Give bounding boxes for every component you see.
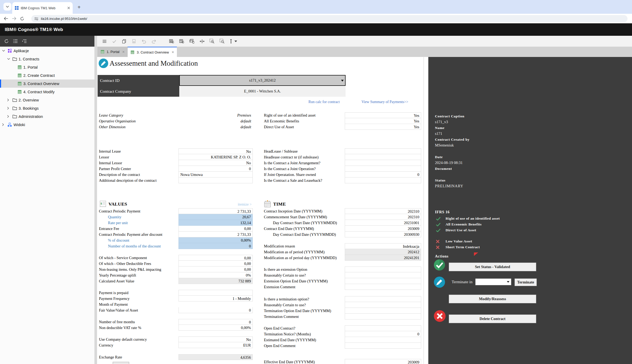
field-value[interactable] [345,337,421,343]
sandbox-icon[interactable] [230,39,232,44]
tree-item[interactable]: Widoki [0,121,94,129]
refresh-icon[interactable] [4,39,9,43]
field-value[interactable]: Yes [345,112,421,118]
field-value[interactable]: default [178,124,253,130]
field-value[interactable]: 0 [178,243,253,249]
tree-item[interactable]: 2. Create Contract [0,71,94,79]
tree-chevron[interactable] [7,106,12,110]
recalculate-workbook-icon[interactable] [179,39,184,44]
field-value[interactable]: 0,00 [178,226,253,232]
field-value[interactable]: KATHERINE SP. Z O. O. [178,154,253,160]
field-value[interactable]: 2 731,33 [178,232,253,237]
field-value[interactable] [345,314,421,319]
tree-chevron[interactable] [2,123,7,127]
contract-company-value[interactable]: E_0001 - Wittchen S.A. [179,86,346,97]
field-value[interactable]: 0% [178,272,253,278]
field-value[interactable] [178,177,253,183]
tree-chevron[interactable] [7,114,12,119]
field-value[interactable]: 203009 [345,226,421,232]
field-value[interactable]: 20241201 [345,255,421,261]
field-value[interactable]: 0,00 [178,267,253,272]
tab-close-icon[interactable]: ✕ [172,50,174,54]
confirm-icon[interactable] [112,39,117,44]
field-value[interactable]: No [178,148,253,154]
field-value[interactable]: 0,00% [178,237,253,243]
field-value[interactable] [345,166,421,172]
field-value[interactable] [345,272,421,278]
field-value[interactable]: default [178,118,253,124]
new-tab-button[interactable]: + [76,4,82,10]
field-value[interactable]: Nowa Umowa [178,172,253,177]
sidebar-divider[interactable] [94,36,97,364]
run-calc-link[interactable]: Run calc for contract [308,100,340,104]
contract-id-dropdown[interactable]: s171_v3_202412 [179,75,346,86]
tree-item[interactable]: 4. Contract Modify [0,88,94,96]
copy-icon[interactable] [122,39,127,44]
field-value[interactable] [178,301,253,307]
field-value[interactable]: 0,00 [178,261,253,267]
reload-icon[interactable] [20,17,24,21]
tab-contract-overview[interactable]: 3. Contract Overview ✕ [128,47,177,57]
paste-icon[interactable] [132,39,136,44]
field-value[interactable] [345,325,421,331]
zoom-in-selection-icon[interactable] [210,39,215,44]
field-value[interactable]: Premises [178,112,253,118]
field-value[interactable]: 132,14 [178,220,253,226]
field-value[interactable]: 202310 [345,208,421,214]
field-value[interactable]: 2 731,33 [178,208,253,214]
field-value[interactable]: 0 [178,166,253,172]
field-value[interactable]: 203009 [345,359,421,364]
field-value[interactable]: EUR [178,342,253,348]
field-value[interactable]: 20231001 [345,220,421,226]
site-settings-icon[interactable] [34,17,38,20]
field-value[interactable] [345,284,421,290]
forward-icon[interactable] [12,17,16,20]
tree-item[interactable]: 3. Bookings [0,104,94,112]
tree-item[interactable]: 3. Contract Overview [0,79,94,88]
menu-icon[interactable] [102,39,107,44]
itemize-link[interactable]: itemize > [238,202,252,207]
tree-item[interactable]: 1. Portal [0,63,94,71]
field-value[interactable]: 0 [178,307,253,313]
tab-portal[interactable]: 1. Portal ✕ [98,47,128,57]
recalculate-sheet-icon[interactable] [169,39,174,44]
field-value[interactable] [345,296,421,302]
field-value[interactable]: 202412 [345,249,421,255]
field-value[interactable] [345,160,421,166]
field-value[interactable]: 0,00 [178,255,253,261]
tree-item[interactable]: 1. Contracts [0,55,94,63]
field-value[interactable]: 1 - Monthly [178,296,253,301]
field-value[interactable]: 0,00% [178,325,253,331]
field-value[interactable] [178,290,253,296]
field-value[interactable]: 0 [345,331,421,337]
field-value[interactable]: Indeksacja [345,243,421,249]
tree-item[interactable]: Administration [0,112,94,121]
tab-close-icon[interactable] [67,7,70,9]
terminate-period-select[interactable] [475,278,511,285]
undo-icon[interactable] [141,39,146,43]
tree-item[interactable]: 2. Overview [0,96,94,104]
field-value[interactable]: 0 [345,172,421,177]
tree-chevron[interactable] [7,98,12,102]
url-bar[interactable]: ila16.incube.pl:9510/tm1web/ [31,15,627,22]
view-summary-link[interactable]: View Summary of Payments>> [361,100,408,104]
field-value[interactable] [345,302,421,308]
modify-reassess-button[interactable]: Modify/Reassess [449,295,536,303]
field-value[interactable]: 4,6356 [178,354,253,360]
field-value[interactable] [345,267,421,272]
field-value[interactable]: Yes [345,118,421,124]
field-value[interactable] [345,148,421,154]
tree-chevron[interactable] [7,57,12,61]
tab-search-button[interactable] [3,3,11,11]
field-value[interactable]: 732 889 [178,278,253,284]
field-value[interactable]: 20300930 [345,232,421,237]
field-value[interactable] [345,278,421,284]
field-value[interactable]: Yes [345,124,421,130]
field-value[interactable] [345,308,421,314]
set-status-button[interactable]: Set Status - Validated [449,263,536,271]
field-value[interactable]: No [178,336,253,342]
tree-chevron[interactable] [2,49,7,53]
browser-tab[interactable]: IBM Cognos TM1 Web [12,2,73,14]
terminate-button[interactable]: Terminate [515,278,537,286]
field-value[interactable] [345,343,421,349]
